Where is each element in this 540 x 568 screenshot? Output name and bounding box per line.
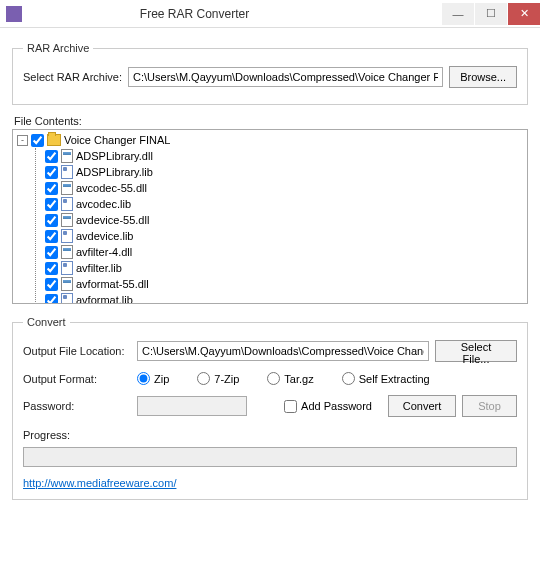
format-targz-option[interactable]: Tar.gz <box>267 372 313 385</box>
file-checkbox[interactable] <box>45 150 58 163</box>
collapse-icon[interactable]: - <box>17 135 28 146</box>
format-selfextract-radio[interactable] <box>342 372 355 385</box>
file-icon <box>61 261 73 275</box>
tree-item[interactable]: avcodec-55.dll <box>17 180 523 196</box>
maximize-button[interactable]: ☐ <box>475 3 507 25</box>
progress-label: Progress: <box>23 429 517 441</box>
file-contents-label: File Contents: <box>14 115 528 127</box>
file-label: avformat.lib <box>76 294 133 304</box>
stop-button[interactable]: Stop <box>462 395 517 417</box>
rar-archive-legend: RAR Archive <box>23 42 93 54</box>
format-zip-option[interactable]: Zip <box>137 372 169 385</box>
output-path-input[interactable] <box>137 341 429 361</box>
output-location-label: Output File Location: <box>23 345 131 357</box>
file-label: avfilter.lib <box>76 262 122 274</box>
format-targz-radio[interactable] <box>267 372 280 385</box>
file-icon <box>61 277 73 291</box>
tree-item[interactable]: avfilter.lib <box>17 260 523 276</box>
folder-icon <box>47 134 61 146</box>
tree-root[interactable]: - Voice Changer FINAL <box>17 132 523 148</box>
format-7zip-option[interactable]: 7-Zip <box>197 372 239 385</box>
add-password-checkbox[interactable] <box>284 400 297 413</box>
file-checkbox[interactable] <box>45 230 58 243</box>
file-icon <box>61 213 73 227</box>
browse-button[interactable]: Browse... <box>449 66 517 88</box>
minimize-button[interactable]: — <box>442 3 474 25</box>
app-icon <box>6 6 22 22</box>
rar-archive-group: RAR Archive Select RAR Archive: Browse..… <box>12 42 528 105</box>
file-icon <box>61 149 73 163</box>
file-label: avfilter-4.dll <box>76 246 132 258</box>
password-label: Password: <box>23 400 131 412</box>
website-link[interactable]: http://www.mediafreeware.com/ <box>23 477 176 489</box>
add-password-option[interactable]: Add Password <box>284 400 372 413</box>
file-label: avformat-55.dll <box>76 278 149 290</box>
password-input[interactable] <box>137 396 247 416</box>
tree-item[interactable]: avformat-55.dll <box>17 276 523 292</box>
window-title: Free RAR Converter <box>28 7 441 21</box>
convert-group: Convert Output File Location: Select Fil… <box>12 316 528 500</box>
file-icon <box>61 245 73 259</box>
file-icon <box>61 229 73 243</box>
archive-path-input[interactable] <box>128 67 443 87</box>
progress-bar <box>23 447 517 467</box>
file-checkbox[interactable] <box>45 214 58 227</box>
window-controls: — ☐ ✕ <box>441 3 540 25</box>
tree-item[interactable]: ADSPLibrary.dll <box>17 148 523 164</box>
file-icon <box>61 181 73 195</box>
tree-item[interactable]: avcodec.lib <box>17 196 523 212</box>
select-file-button[interactable]: Select File... <box>435 340 517 362</box>
tree-item[interactable]: avdevice-55.dll <box>17 212 523 228</box>
output-format-label: Output Format: <box>23 373 131 385</box>
file-label: avdevice-55.dll <box>76 214 149 226</box>
tree-item[interactable]: ADSPLibrary.lib <box>17 164 523 180</box>
file-checkbox[interactable] <box>45 262 58 275</box>
format-7zip-radio[interactable] <box>197 372 210 385</box>
select-archive-label: Select RAR Archive: <box>23 71 122 83</box>
file-checkbox[interactable] <box>45 166 58 179</box>
close-button[interactable]: ✕ <box>508 3 540 25</box>
file-label: avcodec.lib <box>76 198 131 210</box>
file-checkbox[interactable] <box>45 294 58 305</box>
file-label: ADSPLibrary.lib <box>76 166 153 178</box>
file-icon <box>61 293 73 304</box>
file-checkbox[interactable] <box>45 246 58 259</box>
file-checkbox[interactable] <box>45 278 58 291</box>
tree-item[interactable]: avformat.lib <box>17 292 523 304</box>
file-checkbox[interactable] <box>45 182 58 195</box>
format-zip-radio[interactable] <box>137 372 150 385</box>
file-label: avdevice.lib <box>76 230 133 242</box>
convert-button[interactable]: Convert <box>388 395 456 417</box>
convert-legend: Convert <box>23 316 70 328</box>
file-icon <box>61 165 73 179</box>
tree-item[interactable]: avfilter-4.dll <box>17 244 523 260</box>
file-icon <box>61 197 73 211</box>
titlebar: Free RAR Converter — ☐ ✕ <box>0 0 540 28</box>
file-label: avcodec-55.dll <box>76 182 147 194</box>
file-tree[interactable]: - Voice Changer FINAL ADSPLibrary.dllADS… <box>12 129 528 304</box>
root-checkbox[interactable] <box>31 134 44 147</box>
file-checkbox[interactable] <box>45 198 58 211</box>
tree-item[interactable]: avdevice.lib <box>17 228 523 244</box>
file-label: ADSPLibrary.dll <box>76 150 153 162</box>
format-selfextract-option[interactable]: Self Extracting <box>342 372 430 385</box>
root-label: Voice Changer FINAL <box>64 134 170 146</box>
